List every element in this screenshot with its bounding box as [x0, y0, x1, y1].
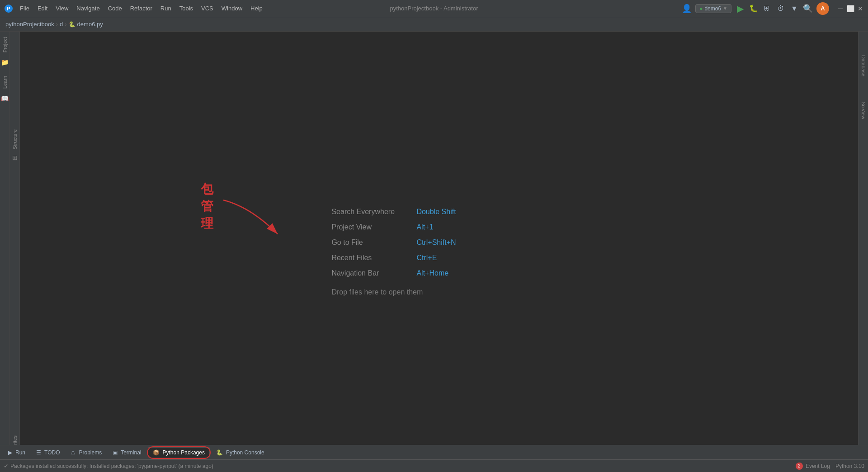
coverage-button[interactable]: ⛨ — [762, 4, 772, 14]
status-check-icon: ✓ — [4, 463, 9, 469]
menu-navigate[interactable]: Navigate — [73, 3, 103, 14]
profile-button[interactable]: ⏱ — [776, 4, 786, 14]
window-title: pythonProjectbook - Administrator — [390, 5, 478, 12]
app-logo: P — [4, 4, 14, 14]
sidebar-item-structure[interactable]: Structure — [11, 126, 19, 153]
bottom-toolbar: ▶ Run ☰ TODO ⚠ Problems ▣ Terminal 📦 Pyt… — [0, 445, 868, 459]
maximize-button[interactable]: ⬜ — [846, 5, 854, 13]
shortcut-label-recent: Recent Files — [331, 254, 413, 262]
menu-view[interactable]: View — [52, 3, 72, 14]
shortcut-recent-files: Recent Files Ctrl+E — [331, 254, 456, 262]
tab-run-label: Run — [15, 449, 25, 456]
left-sidebar: Project 📁 Learn 📖 — [0, 32, 10, 472]
python-console-tab-icon: 🐍 — [216, 449, 223, 456]
close-button[interactable]: ✕ — [856, 5, 864, 13]
tab-run[interactable]: ▶ Run — [4, 448, 30, 458]
shortcut-label-search: Search Everywhere — [331, 208, 413, 216]
event-log-badge: 2 — [796, 463, 803, 470]
more-run-button[interactable]: ▼ — [789, 4, 799, 14]
status-bar-right: 2 Event Log Python 3.10 — [796, 463, 864, 470]
tab-problems-label: Problems — [79, 449, 102, 456]
menu-vcs[interactable]: VCS — [198, 3, 217, 14]
shortcut-label-goto: Go to File — [331, 238, 413, 247]
minimize-button[interactable]: ─ — [836, 5, 844, 13]
tab-python-packages[interactable]: 📦 Python Packages — [148, 447, 210, 458]
structure-sidebar: Structure ⊞ Favorites ★ — [10, 32, 20, 472]
menu-run[interactable]: Run — [157, 3, 175, 14]
status-bar: ✓ Packages installed successfully: Insta… — [0, 459, 868, 472]
annotation-text: 包管理 — [201, 181, 213, 232]
breadcrumb-filename[interactable]: demo6.py — [77, 21, 103, 28]
shortcut-key-search: Double Shift — [416, 208, 456, 216]
tab-terminal[interactable]: ▣ Terminal — [108, 448, 146, 458]
debug-button[interactable]: 🐛 — [749, 4, 759, 14]
shortcut-key-project: Alt+1 — [416, 223, 433, 231]
annotation-arrow-icon — [214, 198, 287, 243]
tab-python-console-label: Python Console — [226, 449, 264, 456]
terminal-tab-icon: ▣ — [113, 449, 118, 456]
shortcuts-list: Search Everywhere Double Shift Project V… — [331, 208, 456, 296]
run-configuration[interactable]: ● demo6 ▼ — [695, 4, 731, 13]
shortcut-project-view: Project View Alt+1 — [331, 223, 456, 231]
tab-todo-label: TODO — [44, 449, 60, 456]
sidebar-item-database[interactable]: Database — [860, 51, 867, 80]
tab-python-packages-label: Python Packages — [163, 449, 205, 456]
sidebar-item-project[interactable]: Project — [1, 33, 9, 56]
menu-bar: File Edit View Navigate Code Refactor Ru… — [16, 3, 266, 14]
account-button[interactable]: 👤 — [682, 4, 692, 14]
sidebar-item-sciview[interactable]: SciView — [860, 98, 867, 123]
shortcut-label-nav: Navigation Bar — [331, 269, 413, 277]
menu-file[interactable]: File — [16, 3, 33, 14]
shortcut-label-project: Project View — [331, 223, 413, 231]
titlebar-right: 👤 ● demo6 ▼ ▶ 🐛 ⛨ ⏱ ▼ 🔍 A ─ ⬜ ✕ — [682, 2, 864, 15]
inner-layout: Project 📁 Learn 📖 Structure ⊞ Favorites … — [0, 32, 868, 472]
breadcrumb-folder[interactable]: d — [60, 21, 63, 28]
search-everywhere-button[interactable]: 🔍 — [803, 4, 813, 14]
breadcrumb-sep2: › — [65, 21, 66, 28]
tab-todo[interactable]: ☰ TODO — [32, 448, 64, 458]
shortcut-key-goto: Ctrl+Shift+N — [416, 238, 456, 247]
tab-problems[interactable]: ⚠ Problems — [66, 448, 106, 458]
todo-tab-icon: ☰ — [36, 449, 41, 456]
menu-window[interactable]: Window — [218, 3, 246, 14]
sidebar-icon-folder[interactable]: 📁 — [0, 57, 10, 68]
menu-edit[interactable]: Edit — [34, 3, 51, 14]
tab-python-console[interactable]: 🐍 Python Console — [212, 448, 269, 458]
status-message: Packages installed successfully: Install… — [10, 463, 213, 469]
shortcut-key-recent: Ctrl+E — [416, 254, 437, 262]
sidebar-icon-structure[interactable]: ⊞ — [11, 153, 19, 162]
svg-text:P: P — [7, 6, 10, 11]
breadcrumb-sep1: › — [56, 21, 58, 28]
menu-tools[interactable]: Tools — [176, 3, 197, 14]
menu-help[interactable]: Help — [247, 3, 266, 14]
event-log[interactable]: 2 Event Log — [796, 463, 830, 470]
shortcut-go-to-file: Go to File Ctrl+Shift+N — [331, 238, 456, 247]
event-log-label: Event Log — [806, 463, 830, 469]
editor-area: Search Everywhere Double Shift Project V… — [20, 32, 858, 472]
python-packages-tab-icon: 📦 — [153, 449, 160, 456]
user-avatar[interactable]: A — [816, 2, 829, 15]
problems-tab-icon: ⚠ — [71, 449, 75, 456]
drop-hint: Drop files here to open them — [331, 288, 456, 296]
shortcut-search-everywhere: Search Everywhere Double Shift — [331, 208, 456, 216]
shortcut-navigation-bar: Navigation Bar Alt+Home — [331, 269, 456, 277]
breadcrumb-project[interactable]: pythonProjectbook — [5, 21, 54, 28]
window-controls: ─ ⬜ ✕ — [836, 5, 864, 13]
titlebar: P File Edit View Navigate Code Refactor … — [0, 0, 868, 17]
file-icon: 🐍 — [69, 21, 75, 28]
run-tab-icon: ▶ — [8, 449, 12, 456]
sidebar-item-learn[interactable]: Learn — [1, 72, 9, 92]
python-version[interactable]: Python 3.10 — [835, 463, 864, 469]
tab-terminal-label: Terminal — [121, 449, 141, 456]
right-sidebar: Database SciView — [858, 32, 868, 472]
menu-code[interactable]: Code — [104, 3, 126, 14]
sidebar-icon-learn[interactable]: 📖 — [0, 93, 10, 104]
menu-refactor[interactable]: Refactor — [127, 3, 156, 14]
shortcut-key-nav: Alt+Home — [416, 269, 448, 277]
run-button[interactable]: ▶ — [735, 4, 745, 14]
breadcrumb-bar: pythonProjectbook › d › 🐍 demo6.py — [0, 17, 868, 32]
